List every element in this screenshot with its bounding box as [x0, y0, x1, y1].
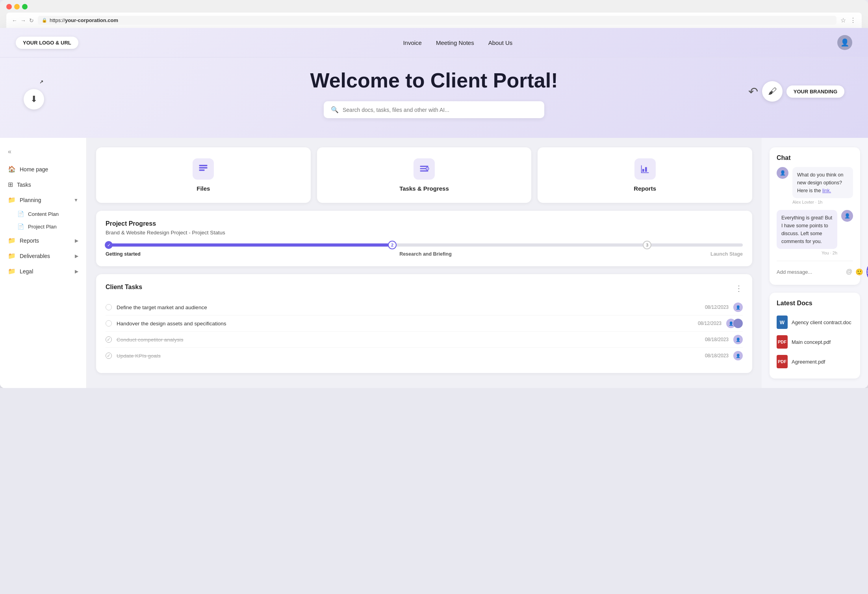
files-icon: [193, 158, 214, 180]
sidebar-label-homepage: Home page: [20, 166, 78, 173]
svg-rect-3: [420, 166, 428, 167]
search-input[interactable]: [343, 107, 537, 113]
sidebar-item-legal[interactable]: 📁 Legal ▶: [0, 264, 86, 279]
chat-bubble-1: What do you think on new design options?…: [792, 167, 853, 204]
chat-message-2: 👤 Everything is great! But I have some p…: [777, 210, 853, 255]
task-checkbox-3[interactable]: ✓: [106, 336, 112, 343]
tasks-menu-icon[interactable]: ⋮: [735, 284, 743, 293]
pdf-icon-1: PDF: [777, 335, 788, 349]
reports-icon: [634, 158, 656, 180]
task-item: ✓ Update KPIs goals 08/18/2023 👤: [106, 348, 743, 364]
chat-input-row: @ 🙂 ➤: [777, 261, 853, 278]
main-content: « 🏠 Home page ⊞ Tasks 📁 Planning ▼ 📄 Con…: [0, 138, 868, 388]
chat-card: Chat 👤 What do you think on new design o…: [770, 147, 860, 285]
docs-card: Latest Docs W Agency client contract.doc…: [770, 293, 860, 379]
logo-badge[interactable]: YOUR LOGO & URL: [16, 37, 78, 49]
nav-about-us[interactable]: About Us: [488, 39, 513, 46]
download-button[interactable]: ⬇: [24, 89, 44, 110]
client-tasks-header: Client Tasks ⋮: [106, 284, 743, 293]
quick-action-reports[interactable]: Reports: [538, 147, 752, 203]
sidebar-item-planning[interactable]: 📁 Planning ▼: [0, 192, 86, 208]
header-nav: Invoice Meeting Notes About Us: [403, 39, 512, 46]
client-tasks-card: Client Tasks ⋮ Define the target market …: [96, 274, 752, 373]
nav-meeting-notes[interactable]: Meeting Notes: [436, 39, 474, 46]
sidebar-item-homepage[interactable]: 🏠 Home page: [0, 161, 86, 177]
chat-bubble-content-1: What do you think on new design options?…: [792, 167, 853, 198]
sidebar-item-reports[interactable]: 📁 Reports ▶: [0, 233, 86, 248]
url-bar[interactable]: 🔒 https://your-corporation.com: [38, 16, 836, 25]
task-item: ✓ Conduct competitor analysis 08/18/2023…: [106, 332, 743, 348]
right-panel: Chat 👤 What do you think on new design o…: [762, 138, 868, 388]
progress-dot-2: 2: [388, 241, 397, 249]
task-checkbox-2[interactable]: [106, 320, 112, 327]
browser-chrome: ← → ↻ 🔒 https://your-corporation.com ☆ ⋮: [0, 0, 868, 28]
chat-link[interactable]: link.: [822, 188, 831, 193]
sidebar-label-deliverables: Deliverables: [20, 253, 71, 259]
refresh-button[interactable]: ↻: [29, 17, 34, 24]
svg-rect-0: [199, 165, 208, 167]
doc-item-2[interactable]: PDF Main concept.pdf: [777, 332, 853, 352]
folder-icon-reports: 📁: [8, 237, 16, 244]
task-date-3: 08/18/2023: [705, 337, 729, 342]
sidebar: « 🏠 Home page ⊞ Tasks 📁 Planning ▼ 📄 Con…: [0, 138, 87, 388]
send-button[interactable]: ➤: [866, 266, 868, 278]
progress-fill: [106, 243, 392, 247]
task-checkbox-1[interactable]: [106, 304, 112, 310]
task-label-2: Handover the design assets and specifica…: [117, 321, 693, 327]
sidebar-item-project-plan[interactable]: 📄 Project Plan: [0, 220, 86, 233]
chat-bubble-content-2: Everything is great! But I have some poi…: [777, 210, 837, 249]
project-progress-title: Project Progress: [106, 220, 743, 227]
doc-item-3[interactable]: PDF Agreement.pdf: [777, 352, 853, 371]
task-avatar-2b: [733, 319, 743, 328]
branding-label: YOUR BRANDING: [786, 85, 844, 98]
hero-search-bar[interactable]: 🔍: [324, 101, 544, 118]
forward-button[interactable]: →: [20, 17, 26, 24]
chat-message-1: 👤 What do you think on new design option…: [777, 167, 853, 204]
task-checkbox-4[interactable]: ✓: [106, 353, 112, 359]
user-avatar[interactable]: 👤: [837, 35, 852, 50]
nav-invoice[interactable]: Invoice: [403, 39, 422, 46]
chat-input[interactable]: [777, 269, 843, 275]
doc-label-3: Agreement.pdf: [792, 359, 825, 365]
project-progress-subtitle: Brand & Website Redesign Project - Proje…: [106, 230, 743, 236]
mention-icon[interactable]: @: [846, 268, 852, 275]
tasks-icon: ⊞: [8, 181, 13, 188]
task-date-1: 08/12/2023: [705, 304, 729, 310]
close-btn[interactable]: [6, 4, 12, 9]
chat-text-1: What do you think on new design options?…: [797, 172, 843, 193]
home-icon: 🏠: [8, 165, 16, 173]
doc-label-2: Main concept.pdf: [792, 339, 831, 345]
progress-label-mid: Research and Briefing: [399, 251, 452, 257]
back-button[interactable]: ←: [12, 17, 17, 24]
logo-arrow-label: ↗: [39, 79, 43, 85]
browser-menu-icon[interactable]: ⋮: [850, 17, 856, 24]
sidebar-label-legal: Legal: [20, 268, 71, 275]
sidebar-item-content-plan[interactable]: 📄 Content Plan: [0, 208, 86, 220]
center-content: Files Tasks & Progress: [87, 138, 762, 388]
sidebar-item-tasks[interactable]: ⊞ Tasks: [0, 177, 86, 192]
files-label: Files: [197, 185, 210, 192]
sidebar-label-tasks: Tasks: [17, 182, 78, 188]
chat-meta-1: Alex Lovter · 1h: [792, 200, 853, 204]
project-progress-card: Project Progress Brand & Website Redesig…: [96, 211, 752, 266]
quick-action-tasks[interactable]: Tasks & Progress: [317, 147, 532, 203]
doc-item-1[interactable]: W Agency client contract.doc: [777, 312, 853, 332]
sidebar-collapse-btn[interactable]: «: [0, 146, 86, 161]
quick-action-files[interactable]: Files: [96, 147, 311, 203]
svg-rect-1: [199, 167, 208, 169]
docs-title: Latest Docs: [777, 300, 853, 307]
maximize-btn[interactable]: [22, 4, 28, 9]
word-icon-1: W: [777, 316, 788, 329]
emoji-icon[interactable]: 🙂: [855, 268, 863, 276]
browser-traffic-lights: [6, 4, 862, 9]
sidebar-item-deliverables[interactable]: 📁 Deliverables ▶: [0, 248, 86, 264]
branding-icon-btn[interactable]: 🖌: [762, 81, 783, 102]
task-date-2: 08/12/2023: [698, 321, 721, 326]
minimize-btn[interactable]: [14, 4, 20, 9]
task-label-3: Conduct competitor analysis: [117, 337, 700, 343]
folder-icon-planning: 📁: [8, 196, 16, 204]
task-avatar-1: 👤: [733, 303, 743, 312]
app-header: YOUR LOGO & URL Invoice Meeting Notes Ab…: [0, 28, 868, 58]
bookmark-icon[interactable]: ☆: [840, 17, 846, 24]
progress-label-end: Launch Stage: [710, 251, 743, 257]
